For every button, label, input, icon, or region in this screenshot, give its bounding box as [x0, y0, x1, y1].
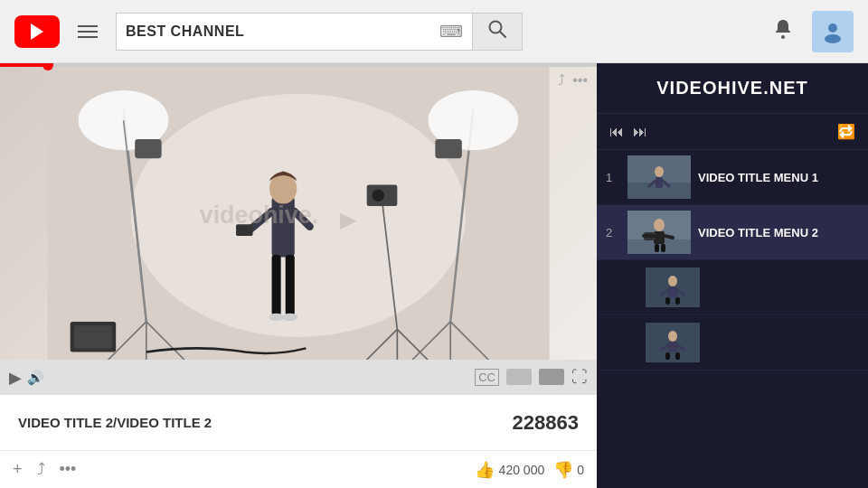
- svg-point-47: [654, 219, 665, 231]
- thumbdown-icon: 👎: [553, 460, 573, 480]
- video-top-bar: ⤴ •••: [549, 63, 597, 98]
- play-icon[interactable]: ▶: [9, 368, 22, 388]
- playback-controls: ▶ 🔊: [9, 368, 44, 388]
- bell-icon[interactable]: [770, 16, 796, 47]
- video-title: VIDEO TITLE 2/VIDEO TITLE 2: [18, 415, 212, 430]
- svg-point-41: [655, 166, 664, 177]
- right-controls: CC ⛶: [475, 368, 588, 387]
- sidebar-logo: VIDEOHIVE.NET: [611, 78, 854, 99]
- svg-rect-12: [135, 139, 161, 158]
- item-1-thumbnail: [627, 155, 691, 199]
- svg-point-25: [373, 190, 384, 202]
- svg-point-2: [781, 35, 785, 39]
- thumbup-icon: 👍: [475, 460, 495, 480]
- svg-point-3: [828, 23, 837, 33]
- video-player[interactable]: videohive. ▶ ⤴ •••: [0, 63, 597, 360]
- search-container: ⌨: [116, 13, 523, 51]
- playlist-item-2[interactable]: 2: [597, 205, 868, 260]
- sidebar-controls: ⏮ ⏭ 🔁: [597, 114, 868, 150]
- video-section: videohive. ▶ ⤴ ••• ▶ 🔊 CC: [0, 63, 597, 488]
- svg-text:▶: ▶: [340, 208, 357, 231]
- svg-rect-59: [665, 297, 670, 305]
- svg-line-51: [665, 236, 673, 238]
- like-button[interactable]: 👍 420 000: [475, 460, 545, 480]
- svg-rect-66: [665, 352, 670, 360]
- playlist-item-4[interactable]: [597, 315, 868, 371]
- add-icon[interactable]: +: [13, 460, 23, 479]
- rewind-controls: ⏮ ⏭: [609, 124, 647, 140]
- playlist-item-1[interactable]: 1 VIDEO TITLE MENU 1: [597, 150, 868, 205]
- item-1-number: 1: [606, 171, 620, 184]
- svg-rect-31: [272, 255, 281, 315]
- share-video-icon[interactable]: ⤴: [558, 72, 565, 89]
- svg-rect-60: [675, 297, 680, 305]
- progress-bar[interactable]: [0, 63, 597, 67]
- main-content: videohive. ▶ ⤴ ••• ▶ 🔊 CC: [0, 63, 868, 488]
- search-icon: [487, 19, 507, 43]
- share-icon[interactable]: ⤴: [37, 460, 45, 479]
- svg-rect-63: [668, 342, 677, 352]
- svg-point-4: [825, 34, 841, 43]
- volume-icon[interactable]: 🔊: [27, 370, 44, 386]
- svg-rect-32: [286, 255, 295, 315]
- prev-icon[interactable]: ⏮: [609, 124, 624, 140]
- theatre-ctrl-btn[interactable]: [539, 369, 564, 385]
- sidebar-header: VIDEOHIVE.NET: [597, 63, 868, 114]
- item-2-number: 2: [606, 226, 620, 239]
- video-info-bar: VIDEO TITLE 2/VIDEO TITLE 2 228863: [0, 394, 597, 450]
- svg-text:videohive.: videohive.: [200, 202, 319, 229]
- dislike-button[interactable]: 👎 0: [553, 460, 584, 480]
- fullscreen-icon[interactable]: ⛶: [571, 368, 588, 387]
- svg-point-62: [668, 331, 677, 342]
- more-video-icon[interactable]: •••: [572, 72, 588, 89]
- svg-rect-42: [656, 177, 663, 188]
- hamburger-menu[interactable]: [71, 18, 105, 45]
- item-4-thumbnail: [646, 323, 700, 362]
- playlist-items: 1 VIDEO TITLE MENU 1: [597, 150, 868, 488]
- dislike-count: 0: [577, 463, 584, 477]
- svg-rect-36: [74, 325, 112, 348]
- svg-rect-53: [661, 244, 665, 252]
- progress-fill: [0, 63, 48, 67]
- video-background: videohive. ▶: [0, 63, 597, 360]
- svg-rect-56: [668, 286, 677, 297]
- search-button[interactable]: [472, 13, 523, 51]
- studio-scene-svg: videohive. ▶: [0, 63, 597, 360]
- item-3-thumbnail: [646, 267, 700, 307]
- right-icons: [770, 11, 854, 52]
- svg-point-55: [668, 276, 677, 286]
- next-icon[interactable]: ⏭: [633, 124, 647, 140]
- item-2-thumbnail: [627, 211, 691, 254]
- youtube-logo[interactable]: [14, 15, 60, 48]
- view-count: 228863: [513, 411, 579, 435]
- repeat-icon[interactable]: 🔁: [837, 123, 855, 140]
- video-controls-bar: ▶ 🔊 CC ⛶: [0, 360, 597, 394]
- like-count: 420 000: [499, 463, 545, 477]
- item-1-title: VIDEO TITLE MENU 1: [698, 171, 859, 184]
- top-navigation-bar: ⌨: [0, 0, 868, 63]
- svg-rect-13: [435, 139, 461, 158]
- search-input[interactable]: [126, 23, 432, 40]
- sidebar: VIDEOHIVE.NET ⏮ ⏭ 🔁 1: [597, 63, 868, 488]
- svg-line-1: [500, 32, 505, 37]
- user-avatar[interactable]: [812, 11, 854, 52]
- cc-icon[interactable]: CC: [475, 369, 499, 386]
- settings-ctrl-btn[interactable]: [506, 369, 532, 385]
- playlist-item-3[interactable]: [597, 260, 868, 315]
- svg-point-33: [269, 314, 284, 321]
- svg-point-34: [282, 314, 297, 321]
- like-section: 👍 420 000 👎 0: [475, 460, 584, 480]
- svg-rect-52: [655, 244, 659, 252]
- item-2-title: VIDEO TITLE MENU 2: [698, 226, 859, 239]
- keyboard-icon: ⌨: [439, 22, 463, 42]
- search-input-wrapper: ⌨: [116, 13, 472, 51]
- svg-rect-67: [675, 352, 680, 360]
- actions-bar: + ⤴ ••• 👍 420 000 👎 0: [0, 450, 597, 488]
- more-icon[interactable]: •••: [60, 460, 77, 479]
